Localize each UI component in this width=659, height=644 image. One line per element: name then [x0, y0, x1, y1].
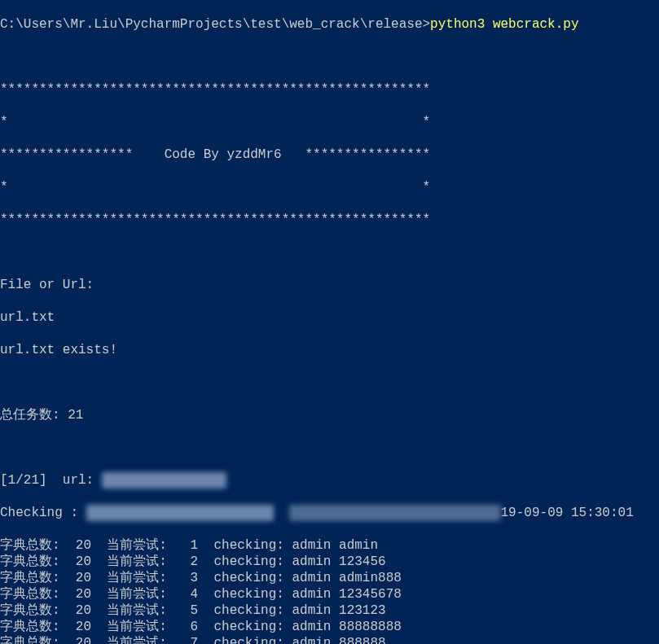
- redacted-url: xxxxxxxxxxxxxxxx: [102, 472, 227, 488]
- attempt-line: 字典总数: 20 当前尝试: 4 checking: admin 1234567…: [0, 586, 659, 602]
- attempt-line: 字典总数: 20 当前尝试: 7 checking: admin 888888: [0, 635, 659, 644]
- file-exists: url.txt exists!: [0, 342, 659, 358]
- banner-line-4: * *: [0, 179, 659, 195]
- blank-line: [0, 244, 659, 261]
- redacted-checking-2: xxxxxxxxxxxxxxxxxxxxxxxxxxx: [289, 505, 500, 521]
- attempts-list: 字典总数: 20 当前尝试: 1 checking: admin admin字典…: [0, 537, 659, 644]
- checking-line: Checking : xxxxxxxxxxxxxxxxxxxxxxxx xxxx…: [0, 505, 659, 521]
- file-name: url.txt: [0, 309, 659, 326]
- total-tasks: 总任务数: 21: [0, 407, 659, 423]
- banner-line-1: ****************************************…: [0, 81, 659, 98]
- current-task-prefix: [1/21] url:: [0, 473, 102, 488]
- terminal-output[interactable]: C:\Users\Mr.Liu\PycharmProjects\test\web…: [0, 0, 659, 644]
- prompt-command: python3 webcrack.py: [430, 17, 578, 32]
- blank-line: [0, 49, 659, 65]
- attempt-line: 字典总数: 20 当前尝试: 3 checking: admin admin88…: [0, 570, 659, 586]
- file-prompt: File or Url:: [0, 277, 659, 293]
- banner-line-3: ***************** Code By yzddMr6 ******…: [0, 147, 659, 163]
- timestamp-tail: 19-09-09 15:30:01: [501, 506, 634, 520]
- banner-line-2: * *: [0, 114, 659, 130]
- current-task-line: [1/21] url: xxxxxxxxxxxxxxxx: [0, 472, 659, 488]
- checking-prefix: Checking :: [0, 506, 78, 520]
- attempt-line: 字典总数: 20 当前尝试: 6 checking: admin 8888888…: [0, 619, 659, 635]
- prompt-line: C:\Users\Mr.Liu\PycharmProjects\test\web…: [0, 16, 659, 33]
- attempt-line: 字典总数: 20 当前尝试: 5 checking: admin 123123: [0, 602, 659, 619]
- prompt-path: C:\Users\Mr.Liu\PycharmProjects\test\web…: [0, 17, 430, 32]
- attempt-line: 字典总数: 20 当前尝试: 1 checking: admin admin: [0, 537, 659, 554]
- attempt-line: 字典总数: 20 当前尝试: 2 checking: admin 123456: [0, 554, 659, 570]
- banner-line-5: ****************************************…: [0, 212, 659, 228]
- redacted-checking-1: xxxxxxxxxxxxxxxxxxxxxxxx: [86, 505, 274, 521]
- blank-line: [0, 375, 659, 391]
- blank-line: [0, 440, 659, 456]
